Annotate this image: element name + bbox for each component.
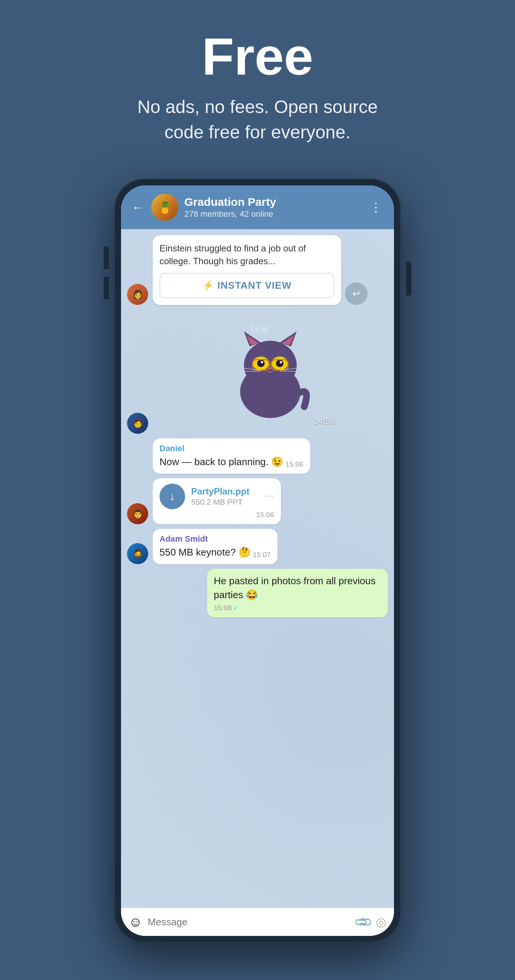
sticker-time: 14:58	[314, 417, 335, 426]
file-name: PartyPlan.ppt	[191, 486, 258, 497]
bolt-icon: ⚡	[202, 280, 214, 291]
menu-button[interactable]: ⋮	[367, 199, 385, 216]
iv-preview-text: Einstein struggled to find a job out of …	[159, 242, 335, 267]
attach-button[interactable]: 📎	[352, 912, 373, 932]
instant-view-label: INSTANT VIEW	[218, 280, 292, 291]
message-bubble: Daniel Now — back to planning. 😉 15:06	[153, 438, 310, 474]
message-text: 550 MB keynote? 🤔	[159, 546, 251, 559]
svg-point-11	[280, 361, 282, 363]
emoji-button[interactable]: ☺	[129, 914, 142, 930]
message-time: 15:06	[159, 511, 274, 519]
file-options-button[interactable]: ⋯	[264, 490, 274, 502]
phone-mockup: ← 🍍 Graduation Party 278 members, 42 onl…	[114, 179, 401, 943]
svg-point-9	[276, 360, 284, 367]
message-text: Now — back to planning. 😉	[159, 455, 283, 469]
message-time: 15:07	[253, 551, 271, 559]
chat-member-status: 278 members, 42 online	[184, 209, 361, 219]
download-button[interactable]: ↓	[159, 484, 185, 509]
hero-section: Free No ads, no fees. Open source code f…	[110, 0, 405, 167]
volume-down-button	[104, 277, 109, 299]
chat-header: ← 🍍 Graduation Party 278 members, 42 onl…	[121, 185, 394, 229]
message-row: 🧔 Adam Smidt 550 MB keynote? 🤔 15:07	[127, 529, 388, 564]
message-row: 👩 Einstein struggled to find a job out o…	[127, 235, 388, 305]
message-bubble: Adam Smidt 550 MB keynote? 🤔 15:07	[153, 529, 277, 564]
message-input[interactable]	[148, 916, 350, 928]
cat-sticker	[229, 320, 312, 420]
avatar: 👨	[127, 503, 148, 524]
message-row: Daniel Now — back to planning. 😉 15:06	[127, 438, 388, 474]
back-button[interactable]: ←	[130, 199, 145, 216]
instant-view-card: Einstein struggled to find a job out of …	[153, 235, 341, 305]
avatar: 🧑	[127, 413, 148, 434]
message-text: He pasted in photos from all previous pa…	[214, 574, 381, 601]
sticker-row: 🧑 l = πr A = V = l³ P = 2πr A = πr² s = …	[127, 309, 388, 434]
message-sender: Adam Smidt	[159, 534, 271, 544]
page-subtitle: No ads, no fees. Open source code free f…	[126, 94, 389, 145]
power-button	[406, 262, 411, 296]
message-sender: Daniel	[159, 444, 303, 453]
avatar-emoji: 🍍	[151, 194, 178, 221]
chat-info: Graduation Party 278 members, 42 online	[184, 196, 361, 219]
own-message-bubble: He pasted in photos from all previous pa…	[207, 569, 388, 617]
avatar: 👩	[127, 284, 148, 305]
volume-up-button	[104, 247, 109, 269]
page-title: Free	[126, 30, 389, 83]
file-size: 550.2 MB PPT	[191, 498, 258, 507]
avatar: 🧔	[127, 543, 148, 564]
message-time: 15:08	[214, 604, 232, 612]
file-bubble: ↓ PartyPlan.ppt 550.2 MB PPT ⋯ 15:06	[153, 478, 281, 524]
svg-point-8	[257, 360, 265, 367]
sticker-container: l = πr A = V = l³ P = 2πr A = πr² s = √r…	[199, 309, 342, 430]
own-message-row: He pasted in photos from all previous pa…	[127, 569, 388, 617]
message-time: 15:06	[285, 460, 303, 469]
instant-view-button[interactable]: ⚡ INSTANT VIEW	[159, 273, 335, 298]
file-info: PartyPlan.ppt 550.2 MB PPT	[191, 486, 258, 507]
share-button[interactable]: ↩	[345, 282, 368, 305]
message-time-row: 15:08 ✓	[214, 604, 239, 612]
svg-point-10	[261, 361, 263, 363]
chat-name: Graduation Party	[184, 196, 361, 208]
chat-body: 👩 Einstein struggled to find a job out o…	[121, 229, 394, 908]
message-input-bar: ☺ 📎 ◎	[121, 908, 394, 936]
chat-group-avatar: 🍍	[151, 194, 178, 221]
file-message-row: 👨 ↓ PartyPlan.ppt 550.2 MB PPT ⋯ 15:06	[127, 478, 388, 524]
camera-button[interactable]: ◎	[376, 915, 386, 929]
read-checkmark: ✓	[233, 604, 239, 612]
